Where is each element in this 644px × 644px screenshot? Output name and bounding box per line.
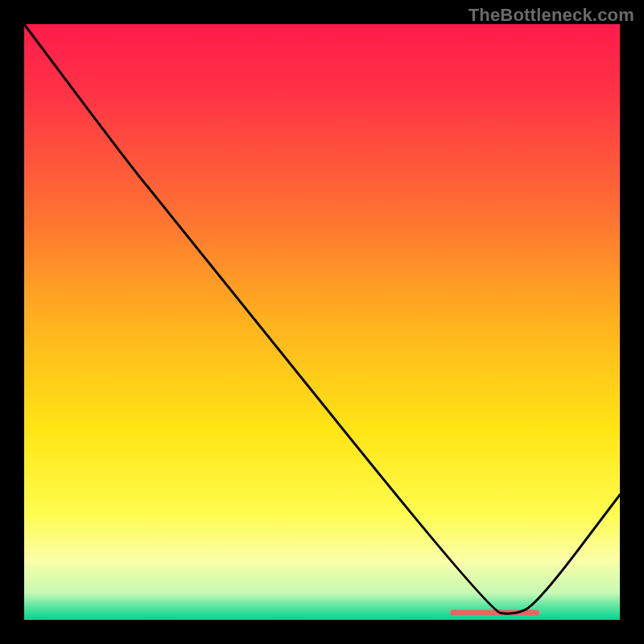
- watermark-label: TheBottleneck.com: [469, 5, 634, 26]
- bottleneck-chart: [0, 0, 644, 644]
- chart-frame: TheBottleneck.com: [0, 0, 644, 644]
- gradient-background: [24, 24, 620, 620]
